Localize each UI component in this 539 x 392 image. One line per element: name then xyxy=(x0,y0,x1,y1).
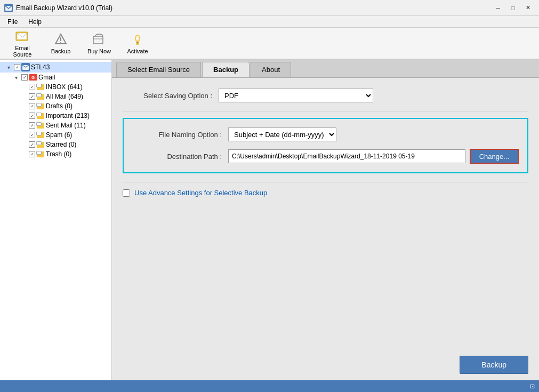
file-naming-label: File Naming Option : xyxy=(132,131,228,139)
file-naming-dropdown[interactable]: Subject + Date (dd-mm-yyyy) Subject Only… xyxy=(228,127,336,141)
tree-checkbox-gmail[interactable]: ✓ xyxy=(21,74,28,81)
svg-point-5 xyxy=(60,42,61,43)
right-panel: Select Email Source Backup About Select … xyxy=(112,60,539,380)
tree-checkbox-important[interactable]: ✓ xyxy=(29,113,35,119)
resize-icon: ⊡ xyxy=(530,383,535,390)
tree-inbox[interactable]: ✓ INBOX (641) xyxy=(0,82,111,92)
tree-expand-gmail[interactable]: ▾ xyxy=(15,75,20,81)
menu-file[interactable]: File xyxy=(3,17,22,27)
status-bar: ⊡ xyxy=(0,380,539,392)
left-panel: ▾ ✓ STL43 ▾ ✓ G Gmail ✓ IN xyxy=(0,60,112,380)
file-naming-row: File Naming Option : Subject + Date (dd-… xyxy=(132,127,519,141)
destination-path-input[interactable] xyxy=(228,149,465,163)
tree-drafts[interactable]: ✓ Drafts (0) xyxy=(0,101,111,111)
tree-expand-root[interactable]: ▾ xyxy=(7,65,13,70)
backup-toolbar-button[interactable]: Backup xyxy=(43,29,79,57)
menu-bar: File Help xyxy=(0,16,539,28)
tree-checkbox-sentmail[interactable]: ✓ xyxy=(29,122,35,129)
important-folder-icon xyxy=(36,113,45,119)
svg-rect-6 xyxy=(93,36,103,44)
destination-control: Change... xyxy=(228,149,519,164)
tree-label-starred: Starred (0) xyxy=(46,141,109,148)
destination-label: Destination Path : xyxy=(132,153,228,161)
tab-content-backup: Select Saving Option : PDF PST EML MSG H… xyxy=(112,78,539,349)
tree-starred[interactable]: ✓ Starred (0) xyxy=(0,140,111,149)
tree-checkbox-allmail[interactable]: ✓ xyxy=(29,93,35,100)
minimize-button[interactable]: ─ xyxy=(491,3,505,13)
tree-label-drafts: Drafts (0) xyxy=(46,102,109,110)
tree-gmail[interactable]: ▾ ✓ G Gmail xyxy=(0,73,111,82)
separator-bottom xyxy=(123,182,528,182)
select-saving-control: PDF PST EML MSG HTML MBOX xyxy=(219,89,528,102)
title-bar: Email Backup Wizard v10.0 (Trial) ─ □ ✕ xyxy=(0,0,539,16)
tree-checkbox-drafts[interactable]: ✓ xyxy=(29,103,35,109)
activate-label: Activate xyxy=(127,48,148,54)
file-naming-box: File Naming Option : Subject + Date (dd-… xyxy=(123,118,528,173)
tree-checkbox-trash[interactable]: ✓ xyxy=(29,151,35,157)
app-icon xyxy=(4,4,13,12)
advance-settings-label: Use Advance Settings for Selective Backu… xyxy=(134,189,267,197)
tree-label-spam: Spam (6) xyxy=(46,131,109,139)
tree-trash[interactable]: ✓ Trash (0) xyxy=(0,149,111,159)
advance-settings-row: Use Advance Settings for Selective Backu… xyxy=(123,189,528,197)
tree-checkbox-inbox[interactable]: ✓ xyxy=(29,84,35,90)
backup-icon xyxy=(53,32,68,47)
select-saving-label: Select Saving Option : xyxy=(123,92,219,100)
tree-allmail[interactable]: ✓ All Mail (649) xyxy=(0,92,111,101)
trash-folder-icon xyxy=(36,151,45,157)
buy-now-icon xyxy=(92,32,107,47)
restore-button[interactable]: □ xyxy=(506,3,520,13)
tree-label-allmail: All Mail (649) xyxy=(46,93,109,100)
separator-top xyxy=(123,111,528,111)
destination-row: Destination Path : Change... xyxy=(132,149,519,164)
activate-button[interactable]: Activate xyxy=(119,29,156,57)
sentmail-folder-icon xyxy=(36,122,45,129)
activate-icon xyxy=(130,32,145,47)
change-button[interactable]: Change... xyxy=(470,149,519,164)
tree-sentmail[interactable]: ✓ Sent Mail (11) xyxy=(0,121,111,130)
tree-label-gmail: Gmail xyxy=(38,74,109,81)
title-bar-left: Email Backup Wizard v10.0 (Trial) xyxy=(4,4,112,12)
tree-label-inbox: INBOX (641) xyxy=(46,83,109,91)
email-source-icon xyxy=(15,29,30,44)
spam-folder-icon xyxy=(36,132,45,138)
backup-button[interactable]: Backup xyxy=(460,356,528,374)
tree-checkbox-starred[interactable]: ✓ xyxy=(29,141,35,148)
tabs-bar: Select Email Source Backup About xyxy=(112,60,539,78)
toolbar: Email Source Backup Buy Now xyxy=(0,28,539,60)
select-saving-row: Select Saving Option : PDF PST EML MSG H… xyxy=(123,89,528,102)
backup-toolbar-label: Backup xyxy=(51,48,71,54)
advance-settings-checkbox[interactable] xyxy=(123,189,130,197)
file-naming-control: Subject + Date (dd-mm-yyyy) Subject Only… xyxy=(228,127,519,141)
close-button[interactable]: ✕ xyxy=(521,3,535,13)
select-saving-dropdown[interactable]: PDF PST EML MSG HTML MBOX xyxy=(219,89,373,102)
email-source-label: Email Source xyxy=(6,45,38,58)
tree-label-trash: Trash (0) xyxy=(46,150,109,158)
buy-now-label: Buy Now xyxy=(87,48,111,54)
tree-checkbox-spam[interactable]: ✓ xyxy=(29,132,35,138)
stl-icon xyxy=(21,63,30,71)
tab-about[interactable]: About xyxy=(251,62,291,77)
window-controls: ─ □ ✕ xyxy=(491,3,535,13)
tree-checkbox-root[interactable]: ✓ xyxy=(14,64,20,70)
gmail-icon: G xyxy=(29,74,37,81)
menu-help[interactable]: Help xyxy=(24,17,46,27)
tab-backup[interactable]: Backup xyxy=(202,62,250,77)
tree-label-important: Important (213) xyxy=(46,112,109,119)
drafts-folder-icon xyxy=(36,103,45,109)
title-text: Email Backup Wizard v10.0 (Trial) xyxy=(16,4,112,12)
tree-important[interactable]: ✓ Important (213) xyxy=(0,111,111,121)
tree-spam[interactable]: ✓ Spam (6) xyxy=(0,130,111,140)
tree-root-stl43[interactable]: ▾ ✓ STL43 xyxy=(0,62,111,73)
tree-label-sentmail: Sent Mail (11) xyxy=(46,122,109,129)
buy-now-button[interactable]: Buy Now xyxy=(81,29,117,57)
email-source-button[interactable]: Email Source xyxy=(4,29,41,57)
inbox-folder-icon xyxy=(36,84,45,90)
tab-select-email-source[interactable]: Select Email Source xyxy=(116,62,201,77)
starred-folder-icon xyxy=(36,141,45,148)
allmail-folder-icon xyxy=(36,93,45,100)
bottom-area: Backup xyxy=(112,349,539,380)
main-content: ▾ ✓ STL43 ▾ ✓ G Gmail ✓ IN xyxy=(0,60,539,380)
tree-label-stl43: STL43 xyxy=(31,63,109,71)
svg-point-10 xyxy=(137,42,139,44)
